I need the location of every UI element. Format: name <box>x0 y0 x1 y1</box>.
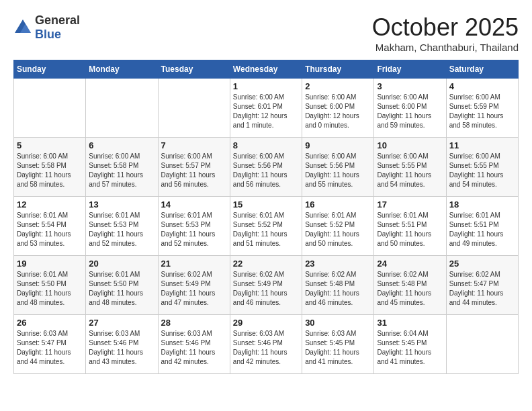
calendar-day-cell: 1Sunrise: 6:00 AMSunset: 6:01 PMDaylight… <box>230 79 302 138</box>
logo-general-text: General <box>35 13 80 27</box>
calendar-day-cell: 7Sunrise: 6:00 AMSunset: 5:57 PMDaylight… <box>158 138 230 197</box>
calendar-day-cell: 3Sunrise: 6:00 AMSunset: 6:00 PMDaylight… <box>374 79 446 138</box>
calendar-day-cell: 13Sunrise: 6:01 AMSunset: 5:53 PMDayligh… <box>86 197 158 256</box>
calendar-week-row: 26Sunrise: 6:03 AMSunset: 5:47 PMDayligh… <box>14 315 519 374</box>
day-number: 14 <box>161 199 227 210</box>
title-block: October 2025 Makham, Chanthaburi, Thaila… <box>372 13 519 53</box>
calendar-week-row: 1Sunrise: 6:00 AMSunset: 6:01 PMDaylight… <box>14 79 519 138</box>
calendar-day-cell: 5Sunrise: 6:00 AMSunset: 5:58 PMDaylight… <box>14 138 86 197</box>
day-info: Sunrise: 6:01 AMSunset: 5:51 PMDaylight:… <box>449 211 515 248</box>
day-info: Sunrise: 6:02 AMSunset: 5:48 PMDaylight:… <box>305 270 371 308</box>
day-info: Sunrise: 6:00 AMSunset: 5:57 PMDaylight:… <box>161 152 227 189</box>
calendar-day-cell: 15Sunrise: 6:01 AMSunset: 5:52 PMDayligh… <box>230 197 302 256</box>
day-info: Sunrise: 6:00 AMSunset: 5:56 PMDaylight:… <box>233 152 299 189</box>
day-info: Sunrise: 6:00 AMSunset: 5:59 PMDaylight:… <box>449 93 515 130</box>
day-info: Sunrise: 6:01 AMSunset: 5:54 PMDaylight:… <box>17 211 83 248</box>
day-info: Sunrise: 6:00 AMSunset: 5:56 PMDaylight:… <box>305 152 371 189</box>
calendar-day-cell: 30Sunrise: 6:03 AMSunset: 5:45 PMDayligh… <box>302 315 374 374</box>
calendar-day-cell: 26Sunrise: 6:03 AMSunset: 5:47 PMDayligh… <box>14 315 86 374</box>
day-number: 20 <box>89 259 154 269</box>
day-info: Sunrise: 6:00 AMSunset: 5:55 PMDaylight:… <box>449 152 515 189</box>
calendar-week-row: 19Sunrise: 6:01 AMSunset: 5:50 PMDayligh… <box>14 256 519 315</box>
day-number: 4 <box>449 81 515 91</box>
day-number: 13 <box>89 199 154 210</box>
day-number: 21 <box>161 259 227 269</box>
calendar-day-cell: 24Sunrise: 6:02 AMSunset: 5:48 PMDayligh… <box>374 256 446 315</box>
day-info: Sunrise: 6:02 AMSunset: 5:47 PMDaylight:… <box>449 270 515 308</box>
calendar-day-cell <box>86 79 158 138</box>
day-number: 23 <box>305 259 371 269</box>
calendar-day-cell: 19Sunrise: 6:01 AMSunset: 5:50 PMDayligh… <box>14 256 86 315</box>
day-number: 28 <box>161 318 227 328</box>
logo: General Blue <box>13 13 80 42</box>
day-number: 3 <box>377 81 443 91</box>
day-info: Sunrise: 6:02 AMSunset: 5:49 PMDaylight:… <box>161 270 227 308</box>
weekday-header-cell: Thursday <box>302 60 374 79</box>
calendar-header-row: SundayMondayTuesdayWednesdayThursdayFrid… <box>14 60 519 79</box>
day-info: Sunrise: 6:01 AMSunset: 5:52 PMDaylight:… <box>233 211 299 248</box>
day-number: 17 <box>377 199 443 210</box>
day-number: 9 <box>305 140 371 150</box>
calendar-day-cell: 2Sunrise: 6:00 AMSunset: 6:00 PMDaylight… <box>302 79 374 138</box>
day-number: 19 <box>17 259 83 269</box>
day-info: Sunrise: 6:01 AMSunset: 5:50 PMDaylight:… <box>17 270 83 308</box>
day-info: Sunrise: 6:02 AMSunset: 5:49 PMDaylight:… <box>233 270 299 308</box>
day-number: 18 <box>449 199 515 210</box>
calendar-day-cell <box>14 79 86 138</box>
calendar-day-cell: 16Sunrise: 6:01 AMSunset: 5:52 PMDayligh… <box>302 197 374 256</box>
calendar-day-cell: 20Sunrise: 6:01 AMSunset: 5:50 PMDayligh… <box>86 256 158 315</box>
day-info: Sunrise: 6:01 AMSunset: 5:53 PMDaylight:… <box>89 211 154 248</box>
month-title: October 2025 <box>372 13 519 42</box>
day-number: 15 <box>233 199 299 210</box>
day-info: Sunrise: 6:03 AMSunset: 5:46 PMDaylight:… <box>89 329 154 367</box>
day-number: 24 <box>377 259 443 269</box>
calendar-day-cell: 22Sunrise: 6:02 AMSunset: 5:49 PMDayligh… <box>230 256 302 315</box>
day-number: 31 <box>377 318 443 328</box>
calendar-day-cell: 8Sunrise: 6:00 AMSunset: 5:56 PMDaylight… <box>230 138 302 197</box>
day-number: 6 <box>89 140 154 150</box>
calendar-day-cell: 18Sunrise: 6:01 AMSunset: 5:51 PMDayligh… <box>446 197 518 256</box>
weekday-header-cell: Wednesday <box>230 60 302 79</box>
calendar-day-cell: 10Sunrise: 6:00 AMSunset: 5:55 PMDayligh… <box>374 138 446 197</box>
calendar-day-cell: 31Sunrise: 6:04 AMSunset: 5:45 PMDayligh… <box>374 315 446 374</box>
weekday-header-cell: Saturday <box>446 60 518 79</box>
calendar-table: SundayMondayTuesdayWednesdayThursdayFrid… <box>13 60 519 374</box>
day-info: Sunrise: 6:04 AMSunset: 5:45 PMDaylight:… <box>377 329 443 367</box>
day-info: Sunrise: 6:00 AMSunset: 6:00 PMDaylight:… <box>377 93 443 130</box>
day-info: Sunrise: 6:03 AMSunset: 5:45 PMDaylight:… <box>305 329 371 367</box>
calendar-day-cell: 21Sunrise: 6:02 AMSunset: 5:49 PMDayligh… <box>158 256 230 315</box>
day-number: 11 <box>449 140 515 150</box>
day-number: 12 <box>17 199 83 210</box>
calendar-day-cell: 29Sunrise: 6:03 AMSunset: 5:46 PMDayligh… <box>230 315 302 374</box>
day-info: Sunrise: 6:00 AMSunset: 5:58 PMDaylight:… <box>89 152 154 189</box>
day-info: Sunrise: 6:03 AMSunset: 5:46 PMDaylight:… <box>233 329 299 367</box>
calendar-week-row: 12Sunrise: 6:01 AMSunset: 5:54 PMDayligh… <box>14 197 519 256</box>
day-info: Sunrise: 6:03 AMSunset: 5:46 PMDaylight:… <box>161 329 227 367</box>
logo-blue-text: Blue <box>35 28 61 41</box>
day-info: Sunrise: 6:00 AMSunset: 6:00 PMDaylight:… <box>305 93 371 130</box>
day-number: 27 <box>89 318 154 328</box>
calendar-day-cell: 28Sunrise: 6:03 AMSunset: 5:46 PMDayligh… <box>158 315 230 374</box>
day-number: 26 <box>17 318 83 328</box>
day-number: 22 <box>233 259 299 269</box>
day-number: 16 <box>305 199 371 210</box>
day-info: Sunrise: 6:00 AMSunset: 6:01 PMDaylight:… <box>233 93 299 130</box>
calendar-day-cell: 4Sunrise: 6:00 AMSunset: 5:59 PMDaylight… <box>446 79 518 138</box>
calendar-day-cell: 27Sunrise: 6:03 AMSunset: 5:46 PMDayligh… <box>86 315 158 374</box>
calendar-day-cell: 23Sunrise: 6:02 AMSunset: 5:48 PMDayligh… <box>302 256 374 315</box>
calendar-day-cell <box>158 79 230 138</box>
calendar-day-cell: 9Sunrise: 6:00 AMSunset: 5:56 PMDaylight… <box>302 138 374 197</box>
calendar-day-cell: 6Sunrise: 6:00 AMSunset: 5:58 PMDaylight… <box>86 138 158 197</box>
day-info: Sunrise: 6:01 AMSunset: 5:52 PMDaylight:… <box>305 211 371 248</box>
weekday-header-cell: Monday <box>86 60 158 79</box>
calendar-day-cell: 14Sunrise: 6:01 AMSunset: 5:53 PMDayligh… <box>158 197 230 256</box>
calendar-day-cell: 12Sunrise: 6:01 AMSunset: 5:54 PMDayligh… <box>14 197 86 256</box>
day-number: 1 <box>233 81 299 91</box>
calendar-week-row: 5Sunrise: 6:00 AMSunset: 5:58 PMDaylight… <box>14 138 519 197</box>
day-info: Sunrise: 6:01 AMSunset: 5:53 PMDaylight:… <box>161 211 227 248</box>
day-number: 30 <box>305 318 371 328</box>
day-number: 29 <box>233 318 299 328</box>
weekday-header-cell: Tuesday <box>158 60 230 79</box>
day-number: 8 <box>233 140 299 150</box>
day-info: Sunrise: 6:02 AMSunset: 5:48 PMDaylight:… <box>377 270 443 308</box>
